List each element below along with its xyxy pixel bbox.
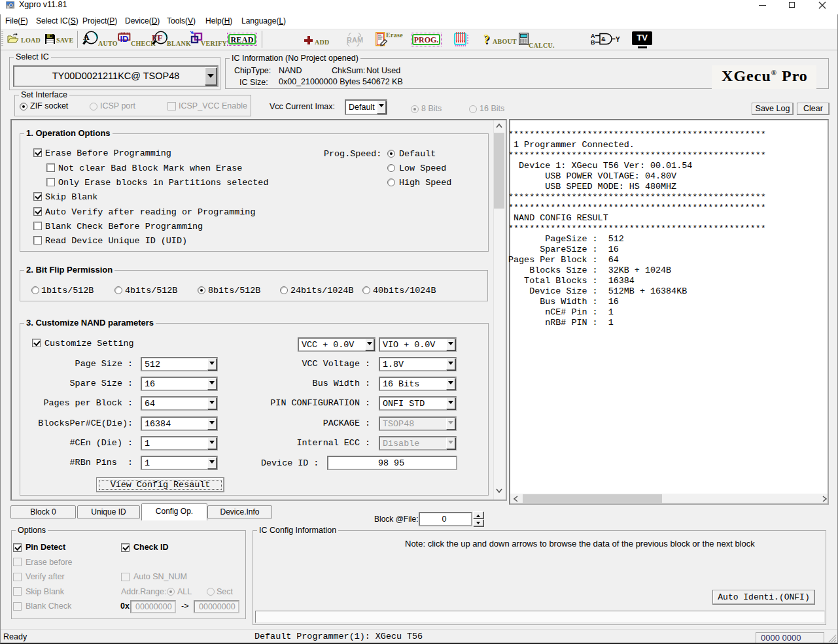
svg-text:B: B	[591, 39, 595, 46]
svg-text:A: A	[83, 32, 90, 42]
svg-text:ID: ID	[120, 34, 129, 43]
svg-text:FF: FF	[152, 33, 163, 42]
svg-text:A: A	[591, 33, 595, 39]
svg-text:RAM: RAM	[347, 36, 363, 44]
svg-text:&: &	[601, 35, 606, 42]
svg-text:Y: Y	[616, 36, 620, 43]
